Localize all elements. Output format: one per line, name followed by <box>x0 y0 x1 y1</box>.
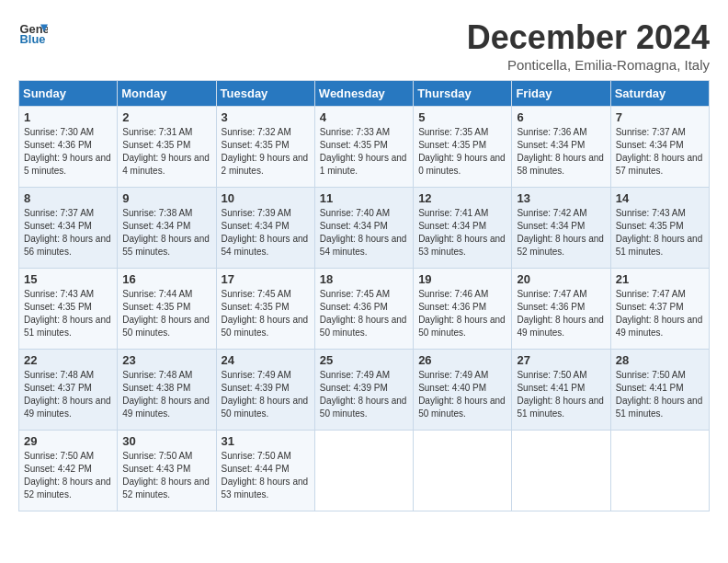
header-saturday: Saturday <box>610 81 709 107</box>
table-row: 29 Sunrise: 7:50 AM Sunset: 4:42 PM Dayl… <box>19 431 118 511</box>
table-row: 22 Sunrise: 7:48 AM Sunset: 4:37 PM Dayl… <box>19 350 118 431</box>
page-header: General Blue December 2024 Ponticella, E… <box>18 18 710 73</box>
header-thursday: Thursday <box>414 81 512 107</box>
table-row: 20 Sunrise: 7:47 AM Sunset: 4:36 PM Dayl… <box>512 269 610 350</box>
table-row: 9 Sunrise: 7:38 AM Sunset: 4:34 PM Dayli… <box>118 188 216 269</box>
month-title: December 2024 <box>467 18 710 57</box>
table-row: 6 Sunrise: 7:36 AM Sunset: 4:34 PM Dayli… <box>512 107 610 188</box>
table-row: 2 Sunrise: 7:31 AM Sunset: 4:35 PM Dayli… <box>118 107 216 188</box>
location-subtitle: Ponticella, Emilia-Romagna, Italy <box>467 57 710 73</box>
table-row <box>512 431 610 511</box>
table-row: 16 Sunrise: 7:44 AM Sunset: 4:35 PM Dayl… <box>118 269 216 350</box>
svg-text:Blue: Blue <box>20 32 46 46</box>
table-row: 12 Sunrise: 7:41 AM Sunset: 4:34 PM Dayl… <box>414 188 512 269</box>
table-row: 19 Sunrise: 7:46 AM Sunset: 4:36 PM Dayl… <box>414 269 512 350</box>
table-row: 10 Sunrise: 7:39 AM Sunset: 4:34 PM Dayl… <box>216 188 314 269</box>
header-wednesday: Wednesday <box>314 81 413 107</box>
table-row: 27 Sunrise: 7:50 AM Sunset: 4:41 PM Dayl… <box>512 350 610 431</box>
table-row: 17 Sunrise: 7:45 AM Sunset: 4:35 PM Dayl… <box>216 269 314 350</box>
header-monday: Monday <box>118 81 216 107</box>
table-row: 14 Sunrise: 7:43 AM Sunset: 4:35 PM Dayl… <box>610 188 709 269</box>
table-row <box>314 431 413 511</box>
header-friday: Friday <box>512 81 610 107</box>
table-row: 24 Sunrise: 7:49 AM Sunset: 4:39 PM Dayl… <box>216 350 314 431</box>
table-row: 4 Sunrise: 7:33 AM Sunset: 4:35 PM Dayli… <box>314 107 413 188</box>
table-row: 25 Sunrise: 7:49 AM Sunset: 4:39 PM Dayl… <box>314 350 413 431</box>
title-area: December 2024 Ponticella, Emilia-Romagna… <box>467 18 710 73</box>
table-row: 15 Sunrise: 7:43 AM Sunset: 4:35 PM Dayl… <box>19 269 118 350</box>
header-tuesday: Tuesday <box>216 81 314 107</box>
table-row: 31 Sunrise: 7:50 AM Sunset: 4:44 PM Dayl… <box>216 431 314 511</box>
table-row: 11 Sunrise: 7:40 AM Sunset: 4:34 PM Dayl… <box>314 188 413 269</box>
table-row: 1 Sunrise: 7:30 AM Sunset: 4:36 PM Dayli… <box>19 107 118 188</box>
table-row: 8 Sunrise: 7:37 AM Sunset: 4:34 PM Dayli… <box>19 188 118 269</box>
table-row: 18 Sunrise: 7:45 AM Sunset: 4:36 PM Dayl… <box>314 269 413 350</box>
table-row: 28 Sunrise: 7:50 AM Sunset: 4:41 PM Dayl… <box>610 350 709 431</box>
header-sunday: Sunday <box>19 81 118 107</box>
calendar-table: Sunday Monday Tuesday Wednesday Thursday… <box>18 80 710 511</box>
calendar-header-row: Sunday Monday Tuesday Wednesday Thursday… <box>19 81 710 107</box>
logo: General Blue <box>18 18 48 48</box>
table-row <box>610 431 709 511</box>
table-row: 7 Sunrise: 7:37 AM Sunset: 4:34 PM Dayli… <box>610 107 709 188</box>
table-row <box>414 431 512 511</box>
table-row: 30 Sunrise: 7:50 AM Sunset: 4:43 PM Dayl… <box>118 431 216 511</box>
logo-icon: General Blue <box>18 18 48 48</box>
table-row: 23 Sunrise: 7:48 AM Sunset: 4:38 PM Dayl… <box>118 350 216 431</box>
table-row: 21 Sunrise: 7:47 AM Sunset: 4:37 PM Dayl… <box>610 269 709 350</box>
table-row: 5 Sunrise: 7:35 AM Sunset: 4:35 PM Dayli… <box>414 107 512 188</box>
table-row: 3 Sunrise: 7:32 AM Sunset: 4:35 PM Dayli… <box>216 107 314 188</box>
table-row: 13 Sunrise: 7:42 AM Sunset: 4:34 PM Dayl… <box>512 188 610 269</box>
table-row: 26 Sunrise: 7:49 AM Sunset: 4:40 PM Dayl… <box>414 350 512 431</box>
